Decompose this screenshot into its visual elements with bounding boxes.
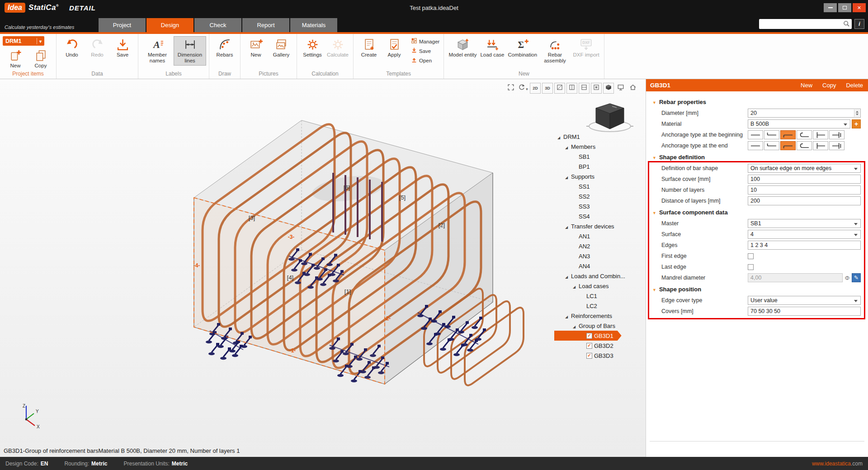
tree-item-ss3[interactable]: SS3 (554, 201, 590, 211)
ribbon-button-manager[interactable]: Manager (410, 37, 441, 46)
number-of-layers-input[interactable]: 10 (748, 185, 861, 195)
ribbon-button-settings[interactable]: Settings (300, 36, 325, 60)
close-button[interactable]: × (853, 3, 866, 12)
copy-button[interactable]: Copy (817, 82, 841, 89)
edges-input[interactable]: 1 2 3 4 (748, 241, 861, 250)
tree-expander-icon[interactable] (564, 313, 569, 319)
tab-project[interactable]: Project (99, 18, 146, 32)
view-plane-1-button[interactable] (554, 83, 565, 94)
support-anchor[interactable] (417, 314, 424, 317)
view-plane-4-button[interactable] (591, 83, 602, 94)
support-anchor[interactable] (453, 353, 460, 356)
tree-item-supports[interactable]: Supports (554, 171, 594, 181)
tree-expander-icon[interactable] (571, 283, 577, 290)
diameter-spinner[interactable] (854, 109, 860, 117)
tree-checkbox[interactable] (586, 353, 592, 359)
support-anchor[interactable] (421, 327, 427, 330)
anchorage-type-option-6[interactable] (829, 141, 844, 150)
support-anchor[interactable] (351, 380, 357, 382)
tree-item-an4[interactable]: AN4 (554, 261, 590, 271)
tree-item-drm1[interactable]: DRM1 (554, 132, 580, 142)
surface-select[interactable]: 4 (748, 230, 861, 239)
bar-shape-definition-select[interactable]: On surface edge on more edges (748, 164, 861, 173)
distance-of-layers-input[interactable]: 200 (748, 196, 861, 205)
search-box[interactable] (759, 19, 852, 29)
anchorage-type-option-4[interactable] (797, 130, 812, 139)
ribbon-button-dxf-import[interactable]: DXFDXF import (571, 36, 601, 60)
delete-button[interactable]: Delete (841, 82, 868, 89)
home-button[interactable] (627, 83, 638, 94)
view-plane-2-button[interactable] (566, 83, 577, 94)
tab-design[interactable]: Design (146, 18, 193, 32)
tab-check[interactable]: Check (194, 18, 241, 32)
first-edge-checkbox[interactable] (748, 253, 754, 259)
ribbon-button-redo[interactable]: Redo (85, 36, 110, 60)
tree-item-an3[interactable]: AN3 (554, 251, 590, 261)
tree-item-ss2[interactable]: SS2 (554, 191, 590, 201)
section-shape-position[interactable]: Shape position (646, 283, 868, 295)
ribbon-button-new[interactable]: New (3, 47, 28, 71)
ribbon-button-combination[interactable]: ΣCombination (506, 36, 538, 60)
tree-expander-icon[interactable] (571, 323, 577, 329)
cube-solid-button[interactable] (603, 83, 614, 94)
support-anchor[interactable] (232, 354, 238, 357)
ribbon-button-gallery[interactable]: Gallery (269, 36, 294, 60)
tree-item-ss4[interactable]: SS4 (554, 211, 590, 221)
project-item-selector[interactable]: DRM1 (3, 36, 44, 46)
ribbon-button-apply[interactable]: Apply (382, 36, 407, 60)
tree-item-an1[interactable]: AN1 (554, 231, 590, 241)
tree-item-load-cases[interactable]: Load cases (554, 281, 609, 291)
tree-item-reinforcements[interactable]: Reinforcements (554, 311, 612, 321)
tree-expander-icon[interactable] (556, 133, 561, 140)
support-anchor[interactable] (431, 320, 437, 323)
minimize-button[interactable] (824, 3, 837, 12)
support-anchor[interactable] (444, 325, 451, 328)
tree-expander-icon[interactable] (564, 143, 569, 150)
website-link[interactable]: www.ideastatica.com (812, 461, 863, 467)
tree-item-loads-and-combin[interactable]: Loads and Combin... (554, 271, 625, 281)
anchorage-type-option-1[interactable] (748, 130, 763, 139)
tree-item-sb1[interactable]: SB1 (554, 152, 590, 161)
anchorage-type-option-5[interactable] (813, 141, 828, 150)
ribbon-button-rebar-assembly[interactable]: Rebar assembly (538, 36, 571, 66)
anchorage-type-option-3-selected[interactable] (780, 141, 796, 150)
support-anchor[interactable] (337, 374, 344, 377)
diameter-input[interactable]: 20 (748, 109, 861, 118)
anchorage-type-option-5[interactable] (813, 130, 828, 139)
new-button[interactable]: New (796, 82, 817, 89)
anchorage-type-option-1[interactable] (748, 141, 763, 150)
tab-materials[interactable]: Materials (290, 18, 337, 32)
tree-item-transfer-devices[interactable]: Transfer devices (554, 221, 614, 231)
tree-expander-icon[interactable] (564, 223, 569, 230)
section-surface-component-data[interactable]: Surface component data (646, 206, 868, 218)
support-anchor[interactable] (220, 357, 226, 360)
anchorage-type-option-3-selected[interactable] (780, 130, 796, 139)
anchorage-type-option-4[interactable] (797, 141, 812, 150)
edge-cover-type-select[interactable]: User value (748, 296, 861, 305)
anchorage-type-option-6[interactable] (829, 130, 844, 139)
ribbon-button-open[interactable]: Open (410, 56, 441, 65)
support-anchor[interactable] (206, 341, 212, 343)
support-anchor[interactable] (208, 352, 215, 355)
tree-item-lc1[interactable]: LC1 (554, 291, 597, 301)
add-material-button[interactable]: + (852, 119, 861, 128)
viewport-3d-button[interactable]: 3D (542, 83, 553, 94)
tree-item-gb3d2[interactable]: GB3D2 (554, 341, 613, 351)
tree-expander-icon[interactable] (564, 273, 569, 280)
support-anchor[interactable] (472, 326, 478, 329)
master-select[interactable]: SB1 (748, 219, 861, 228)
3d-scene[interactable]: [1][2][3][4][5][6]-1--2--3--4-ZYX (0, 79, 646, 457)
fullscreen-button[interactable] (505, 83, 516, 94)
tree-item-gb3d3[interactable]: GB3D3 (554, 351, 613, 361)
maximize-button[interactable] (838, 3, 851, 12)
ribbon-button-copy[interactable]: Copy (28, 47, 53, 71)
tree-item-bp1[interactable]: BP1 (554, 161, 590, 171)
section-shape-definition[interactable]: Shape definition (646, 151, 868, 163)
presentation-button[interactable] (615, 83, 626, 94)
ribbon-button-save[interactable]: Save (110, 36, 135, 60)
mandrel-diameter-input[interactable]: 4,00 (748, 273, 843, 282)
ribbon-button-dimension-lines[interactable]: Dimension lines (174, 36, 206, 66)
search-input[interactable] (761, 20, 843, 28)
ribbon-button-save[interactable]: Save (410, 47, 441, 55)
view-plane-3-button[interactable] (579, 83, 590, 94)
